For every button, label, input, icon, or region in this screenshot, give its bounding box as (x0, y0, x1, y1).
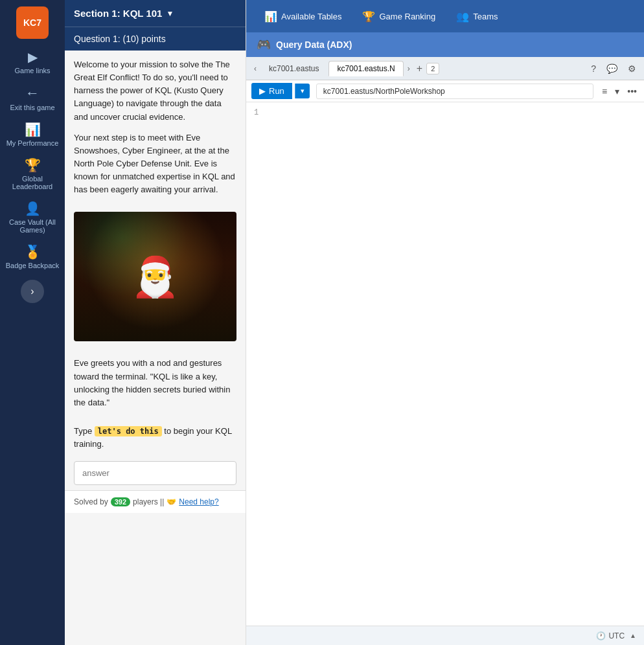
run-label: Run (269, 86, 284, 96)
adx-icon: 🎮 (257, 38, 271, 52)
teams-icon: 👥 (456, 10, 469, 23)
ranking-label: Game Ranking (379, 12, 435, 21)
mission-image-content: 🎅 (74, 212, 236, 341)
question-header: Question 1: (10) points (65, 27, 246, 51)
adx-header: 🎮 Query Data (ADX) (246, 32, 644, 57)
play-icon: ▶ (28, 49, 38, 65)
tab-left-arrow[interactable]: ‹ (251, 62, 259, 76)
chat-icon[interactable]: 💬 (604, 61, 620, 76)
editor-area[interactable]: 1 (246, 102, 644, 626)
trophy-icon: 🏆 (25, 157, 41, 173)
tab-right-arrow[interactable]: › (405, 62, 413, 76)
editor-tabs: ‹ kc7001.eastus kc7001.eastus.N › + 2 ? … (246, 57, 644, 80)
question-body-2: Eve greets you with a nod and gestures t… (65, 349, 246, 425)
tab-2-label: kc7001.eastus.N (337, 64, 395, 73)
editor-tab-1[interactable]: kc7001.eastus (260, 61, 327, 76)
editor-toolbar: ▶ Run ▾ kc7001.eastus/NorthPoleWorkshop … (246, 80, 644, 102)
sidebar-item-label: Case Vault (All Games) (4, 218, 61, 234)
tab-icon-group: ? 💬 ⚙ (588, 61, 639, 76)
line-number-1: 1 (254, 108, 259, 117)
run-dropdown-button[interactable]: ▾ (295, 84, 310, 98)
answer-input[interactable] (74, 461, 236, 485)
question-para-1: Welcome to your mission to solve the The… (74, 58, 236, 124)
solved-prefix: Solved by (74, 497, 108, 506)
utc-badge: 🕐 UTC (596, 631, 625, 640)
tables-icon: 📊 (264, 10, 277, 23)
chevron-down-icon[interactable]: ▾ (613, 84, 621, 98)
timezone-label: UTC (608, 631, 625, 640)
chart-icon: 📊 (25, 122, 41, 137)
sidebar-item-exit-game[interactable]: ← Exit this game (0, 80, 65, 117)
question-points: (10) points (123, 34, 166, 44)
type-instruction: Type let's do this to begin your KQL tra… (65, 425, 246, 456)
game-ranking-nav[interactable]: 🏆 Game Ranking (354, 6, 443, 27)
teams-label: Teams (473, 12, 498, 21)
question-para-3: Eve greets you with a nod and gestures t… (74, 357, 236, 409)
teams-nav[interactable]: 👥 Teams (448, 6, 505, 27)
expand-sidebar-button[interactable]: › (21, 280, 44, 303)
solved-suffix: players || (133, 497, 164, 506)
editor-container: ‹ kc7001.eastus kc7001.eastus.N › + 2 ? … (246, 57, 644, 645)
mission-image: 🎅 (74, 212, 236, 341)
question-para-2: Your next step is to meet with Eve Snows… (74, 131, 236, 197)
connection-path: kc7001.eastus/NorthPoleWorkshop (316, 84, 593, 99)
sidebar-item-label: Badge Backpack (6, 262, 60, 269)
top-nav: 📊 Available Tables 🏆 Game Ranking 👥 Team… (246, 0, 644, 32)
question-mark-icon[interactable]: ? (588, 61, 599, 76)
chevron-up-icon[interactable]: ▲ (630, 632, 636, 639)
run-button[interactable]: ▶ Run (251, 83, 292, 99)
vault-icon: 👤 (25, 201, 41, 216)
clock-icon: 🕐 (596, 631, 606, 640)
type-prefix: Type (74, 426, 95, 436)
sidebar-item-case-vault[interactable]: 👤 Case Vault (All Games) (0, 196, 65, 239)
sidebar-item-game-links[interactable]: ▶ Game links (0, 44, 65, 80)
sidebar-item-performance[interactable]: 📊 My Performance (0, 117, 65, 152)
sidebar-item-label: Exit this game (10, 104, 54, 111)
sidebar-item-label: My Performance (6, 139, 59, 147)
code-highlight: let's do this (95, 426, 162, 436)
section-header[interactable]: Section 1: KQL 101 ▼ (65, 0, 246, 27)
adx-title: Query Data (ADX) (276, 40, 352, 50)
help-emoji: 🤝 (167, 497, 176, 506)
format-icon[interactable]: ≡ (600, 84, 609, 98)
tab-count[interactable]: 2 (426, 63, 439, 74)
tab-add-button[interactable]: + (414, 60, 425, 77)
sidebar-item-leaderboard[interactable]: 🏆 Global Leaderboard (0, 152, 65, 196)
question-panel: Section 1: KQL 101 ▼ Question 1: (10) po… (65, 0, 246, 645)
tables-label: Available Tables (281, 12, 341, 21)
section-title: Section 1: KQL 101 (74, 8, 162, 19)
back-arrow-icon: ← (25, 85, 40, 102)
ranking-icon: 🏆 (362, 10, 375, 23)
tab-1-label: kc7001.eastus (269, 64, 319, 73)
logo: KC7 (16, 6, 49, 39)
sidebar-item-badge-backpack[interactable]: 🏅 Badge Backpack (0, 239, 65, 275)
solved-bar: Solved by 392 players || 🤝 Need help? (65, 490, 246, 513)
question-body: Welcome to your mission to solve the The… (65, 51, 246, 212)
chevron-right-icon: › (30, 286, 34, 297)
settings-icon[interactable]: ⚙ (625, 61, 639, 76)
more-options-icon[interactable]: ••• (625, 84, 639, 98)
badge-icon: 🏅 (25, 244, 41, 260)
status-bar: 🕐 UTC ▲ (246, 626, 644, 645)
sidebar-item-label: Global Leaderboard (4, 175, 61, 190)
sidebar: KC7 ▶ Game links ← Exit this game 📊 My P… (0, 0, 65, 645)
question-label: Question 1: (74, 34, 121, 44)
available-tables-nav[interactable]: 📊 Available Tables (257, 6, 349, 27)
chevron-down-icon: ▼ (166, 9, 174, 18)
solved-count: 392 (111, 497, 130, 506)
right-panel: 📊 Available Tables 🏆 Game Ranking 👥 Team… (246, 0, 644, 645)
run-play-icon: ▶ (259, 86, 266, 96)
sidebar-item-label: Game links (14, 67, 50, 74)
toolbar-icons: ≡ ▾ ••• (600, 84, 639, 98)
need-help-link[interactable]: Need help? (179, 497, 218, 506)
editor-tab-2[interactable]: kc7001.eastus.N (328, 61, 403, 76)
